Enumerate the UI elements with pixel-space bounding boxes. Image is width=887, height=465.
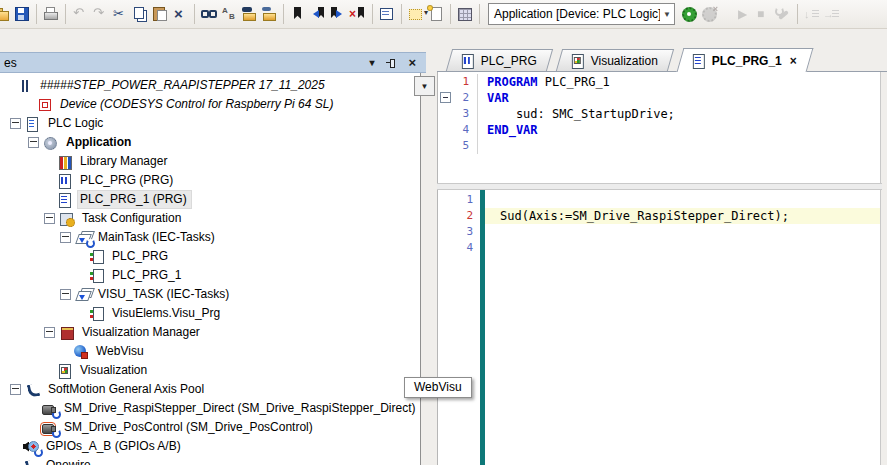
bookmark-icon[interactable] — [289, 5, 307, 23]
toolbar-separator — [283, 4, 284, 24]
tree-item[interactable]: PLC_PRG_1 (PRG) — [0, 190, 420, 209]
task-call-icon — [89, 249, 105, 265]
editor-splitter[interactable] — [437, 183, 882, 190]
copy-icon[interactable] — [131, 5, 149, 23]
new-object-icon[interactable] — [427, 5, 445, 23]
tree-item-label: PLC_PRG — [110, 248, 172, 265]
next-bookmark-icon[interactable] — [329, 5, 347, 23]
clear-bookmarks-icon[interactable] — [349, 5, 367, 23]
panel-header-buttons: ▾ × — [369, 57, 416, 68]
replace-icon[interactable] — [220, 5, 238, 23]
collapse-toggle-icon[interactable] — [60, 289, 71, 300]
tree-item[interactable]: Onewire — [0, 456, 420, 465]
tree-item-label: Onewire — [44, 457, 95, 465]
code-text: PROGRAM PLC_PRG_1 — [478, 74, 880, 90]
code-line[interactable]: 4 — [438, 240, 880, 256]
tree-item-label: VISU_TASK (IEC-Tasks) — [96, 286, 233, 303]
tree-item[interactable]: Visualization Manager — [0, 323, 420, 342]
window-position-icon[interactable]: ▾ — [369, 58, 374, 68]
tree-item[interactable]: Task Configuration — [0, 209, 420, 228]
cut-icon[interactable] — [111, 5, 129, 23]
code-text: sud: SMC_StartupDrive; — [478, 106, 880, 122]
refresh-badge-icon — [52, 429, 61, 438]
refresh-badge-icon — [52, 410, 61, 419]
tree-item[interactable]: VISU_TASK (IEC-Tasks) — [0, 285, 420, 304]
task-config-icon — [59, 211, 75, 227]
tree-item[interactable]: SoftMotion General Axis Pool — [0, 380, 420, 399]
tree-item[interactable]: VisuElems.Visu_Prg — [0, 304, 420, 323]
save-icon[interactable] — [13, 5, 31, 23]
redo-icon — [91, 5, 109, 23]
application-icon — [43, 135, 59, 151]
tree-item[interactable]: Library Manager — [0, 152, 420, 171]
drive-error-icon — [41, 420, 57, 436]
tree-dropdown-button[interactable]: ▼ — [414, 76, 435, 96]
tree-item[interactable]: PLC_PRG_1 — [0, 266, 420, 285]
collapse-toggle-icon[interactable] — [60, 232, 71, 243]
line-number: 5 — [438, 138, 478, 154]
code-line[interactable]: 4END_VAR — [438, 122, 880, 138]
code-text — [480, 240, 880, 256]
collapse-toggle-icon[interactable] — [10, 384, 21, 395]
collapse-toggle-icon[interactable] — [28, 137, 39, 148]
code-line[interactable]: 2Sud(Axis:=SM_Drive_RaspiStepper_Direct)… — [438, 208, 880, 224]
tree-item[interactable]: PLC Logic — [0, 114, 420, 133]
tree-item[interactable]: PLC_PRG (PRG) — [0, 171, 420, 190]
declaration-editor[interactable]: 1PROGRAM PLC_PRG_12VAR3 sud: SMC_Startup… — [437, 72, 881, 183]
code-line[interactable]: 3 sud: SMC_StartupDrive; — [438, 106, 880, 122]
close-icon[interactable]: × — [408, 57, 416, 68]
line-number: 1 — [438, 74, 478, 90]
body-editor[interactable]: 12Sud(Axis:=SM_Drive_RaspiStepper_Direct… — [437, 190, 881, 465]
build-icon[interactable] — [456, 5, 474, 23]
close-icon[interactable]: × — [790, 54, 797, 68]
tree-item[interactable]: Device (CODESYS Control for Raspberry Pi… — [0, 95, 420, 114]
tree-item[interactable]: SM_Drive_RaspiStepper_Direct (SM_Drive_R… — [0, 399, 420, 418]
undo-icon — [71, 5, 89, 23]
new-visualization-icon[interactable] — [407, 5, 425, 23]
library-manager-icon — [57, 154, 73, 170]
tree-item[interactable]: WebVisu — [0, 342, 420, 361]
tree-item[interactable]: PLC_PRG — [0, 247, 420, 266]
code-line[interactable]: 3 — [438, 224, 880, 240]
refresh-badge-icon — [86, 239, 95, 248]
tree-item-label: SM_Drive_RaspiStepper_Direct (SM_Drive_R… — [62, 400, 419, 417]
code-text — [480, 192, 880, 208]
devices-panel-header[interactable]: es ▾ × — [0, 52, 426, 73]
tree-item[interactable]: GPIOs_A_B (GPIOs A/B) — [0, 437, 420, 456]
replace-in-files-icon[interactable] — [260, 5, 278, 23]
tab-visualization[interactable]: Visualization — [556, 49, 674, 71]
collapse-toggle-icon[interactable] — [44, 327, 55, 338]
collapse-toggle-icon[interactable] — [44, 213, 55, 224]
code-line[interactable]: 5 — [438, 138, 880, 154]
code-line[interactable]: 2VAR — [438, 90, 880, 106]
tab-plc_prg_1[interactable]: PLC_PRG_1× — [677, 48, 814, 72]
open-project-icon[interactable] — [0, 5, 11, 23]
code-line[interactable]: 1 — [438, 192, 880, 208]
task-call-icon — [89, 268, 105, 284]
plc-logic-icon — [25, 116, 41, 132]
chevron-down-icon[interactable]: ▼ — [660, 10, 674, 19]
active-application-combo[interactable]: Application [Device: PLC Logic]▼ — [488, 3, 675, 25]
tree-item[interactable]: SM_Drive_PosControl (SM_Drive_PosControl… — [0, 418, 420, 437]
find-icon[interactable] — [200, 5, 218, 23]
print-icon[interactable] — [42, 5, 60, 23]
logout-icon — [700, 5, 718, 23]
tree-item[interactable]: MainTask (IEC-Tasks) — [0, 228, 420, 247]
paste-icon[interactable] — [151, 5, 169, 23]
fold-collapse-icon[interactable] — [440, 92, 451, 103]
collapse-toggle-icon[interactable] — [10, 118, 21, 129]
delete-icon[interactable] — [171, 5, 189, 23]
task-icon — [75, 287, 91, 303]
tab-plc_prg[interactable]: PLC_PRG — [446, 49, 553, 71]
tree-item[interactable]: #####STEP_POWER_RAAPISTEPPER 17_11_2025 — [0, 76, 420, 95]
tree-item[interactable]: Application — [0, 133, 420, 152]
login-icon[interactable] — [680, 5, 698, 23]
properties-icon[interactable] — [378, 5, 396, 23]
code-line[interactable]: 1PROGRAM PLC_PRG_1 — [438, 74, 880, 90]
tree-item[interactable]: Visualization — [0, 361, 420, 380]
previous-bookmark-icon[interactable] — [309, 5, 327, 23]
pin-icon[interactable] — [386, 58, 396, 68]
single-cycle-icon — [774, 5, 792, 23]
webvisu-tooltip: WebVisu — [404, 377, 472, 398]
find-in-files-icon[interactable] — [240, 5, 258, 23]
